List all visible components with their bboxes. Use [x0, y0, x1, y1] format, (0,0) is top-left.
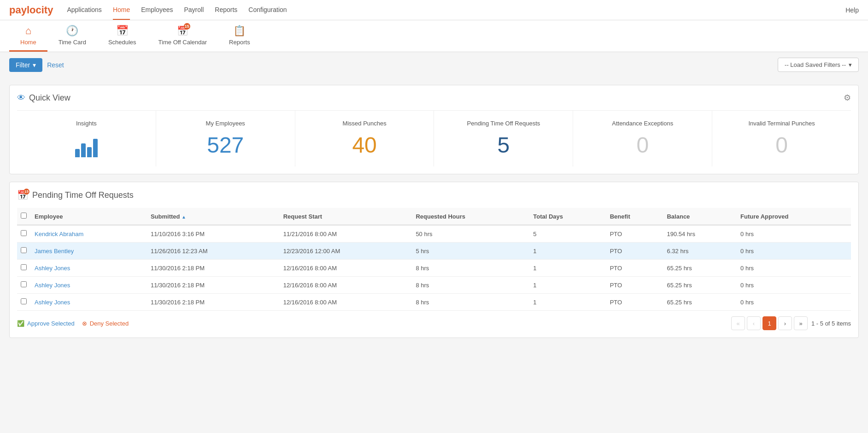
row-checkbox-2[interactable] — [21, 264, 27, 270]
stat-missed-punches[interactable]: Missed Punches 40 — [295, 111, 434, 166]
stat-invalid-terminal-punches-value: 0 — [775, 134, 788, 156]
header-total-days: Total Days — [529, 208, 606, 225]
row-total-days: 1 — [529, 294, 606, 311]
schedules-icon: 📅 — [116, 25, 129, 37]
table-row: Ashley Jones 11/30/2016 2:18 PM 12/16/20… — [17, 294, 851, 311]
stat-my-employees[interactable]: My Employees 527 — [156, 111, 295, 166]
stat-my-employees-value: 527 — [207, 134, 244, 156]
last-page-button[interactable]: » — [794, 316, 808, 330]
row-checkbox-0[interactable] — [21, 230, 27, 236]
header-requested-hours: Requested Hours — [412, 208, 529, 225]
row-balance: 190.54 hrs — [663, 225, 737, 243]
table-body: Kendrick Abraham 11/10/2016 3:16 PM 11/2… — [17, 225, 851, 311]
filter-bar: Filter ▾ Reset -- Load Saved Filters -- … — [0, 52, 868, 77]
filter-button[interactable]: Filter ▾ — [9, 58, 42, 72]
quick-view-header: 👁 Quick View ⚙ — [17, 93, 851, 103]
subnav-home[interactable]: ⌂ Home — [9, 20, 47, 52]
subnav-schedules-label: Schedules — [108, 39, 136, 46]
row-requested-hours: 50 hrs — [412, 225, 529, 243]
nav-payroll[interactable]: Payroll — [184, 0, 204, 20]
stat-attendance-exceptions[interactable]: Attendance Exceptions 0 — [573, 111, 712, 166]
row-benefit: PTO — [606, 243, 663, 260]
load-saved-filters-button[interactable]: -- Load Saved Filters -- ▾ — [778, 58, 859, 72]
header-benefit: Benefit — [606, 208, 663, 225]
row-employee: Ashley Jones — [31, 277, 147, 294]
row-employee: James Bentley — [31, 243, 147, 260]
employee-link-1[interactable]: James Bentley — [35, 248, 74, 255]
row-checkbox-3[interactable] — [21, 281, 27, 287]
stat-insights[interactable]: Insights — [17, 111, 156, 166]
row-checkbox-1[interactable] — [21, 247, 27, 253]
top-navigation: paylocity Applications Home Employees Pa… — [0, 0, 868, 20]
filter-label: Filter — [16, 61, 30, 69]
page-1-button[interactable]: 1 — [762, 316, 776, 330]
employee-link-2[interactable]: Ashley Jones — [35, 265, 70, 272]
subnav-schedules[interactable]: 📅 Schedules — [97, 20, 147, 52]
deny-icon: ⊗ — [82, 320, 87, 327]
nav-reports[interactable]: Reports — [215, 0, 237, 20]
stat-insights-label: Insights — [76, 120, 97, 127]
table-row: Kendrick Abraham 11/10/2016 3:16 PM 11/2… — [17, 225, 851, 243]
row-balance: 6.32 hrs — [663, 243, 737, 260]
page-info: 1 - 5 of 5 items — [811, 320, 851, 327]
top-nav-items: Applications Home Employees Payroll Repo… — [67, 0, 845, 20]
table-header-row: Employee Submitted ▲ Request Start Reque… — [17, 208, 851, 225]
reset-button[interactable]: Reset — [47, 61, 64, 69]
main-content: 👁 Quick View ⚙ Insights My Employees 527 — [0, 77, 868, 345]
calendar-icon: 📅 15 — [177, 25, 188, 37]
stat-my-employees-label: My Employees — [206, 120, 245, 127]
deny-label: Deny Selected — [90, 320, 129, 327]
row-future-approved: 0 hrs — [737, 260, 851, 277]
row-requested-hours: 8 hrs — [412, 277, 529, 294]
select-all-checkbox[interactable] — [21, 213, 27, 219]
header-employee: Employee — [31, 208, 147, 225]
nav-home[interactable]: Home — [113, 0, 130, 20]
table-row: James Bentley 11/26/2016 12:23 AM 12/23/… — [17, 243, 851, 260]
row-request-start: 12/16/2016 8:00 AM — [280, 277, 412, 294]
row-future-approved: 0 hrs — [737, 243, 851, 260]
subnav-time-off-calendar[interactable]: 📅 15 Time Off Calendar — [147, 20, 218, 52]
row-benefit: PTO — [606, 260, 663, 277]
nav-applications[interactable]: Applications — [67, 0, 102, 20]
stat-pending-time-off[interactable]: Pending Time Off Requests 5 — [434, 111, 573, 166]
pending-section-header: 📅 15 Pending Time Off Requests — [17, 190, 851, 201]
home-icon: ⌂ — [25, 25, 31, 37]
employee-link-3[interactable]: Ashley Jones — [35, 282, 70, 289]
row-checkbox-4[interactable] — [21, 298, 27, 304]
pagination-area: « ‹ 1 › » 1 - 5 of 5 items — [731, 316, 851, 330]
row-balance: 65.25 hrs — [663, 260, 737, 277]
sort-arrow: ▲ — [182, 214, 186, 219]
row-submitted: 11/30/2016 2:18 PM — [147, 260, 280, 277]
row-checkbox-cell — [17, 260, 31, 277]
next-page-button[interactable]: › — [778, 316, 792, 330]
row-balance: 65.25 hrs — [663, 294, 737, 311]
subnav-timecard[interactable]: 🕐 Time Card — [47, 20, 97, 52]
employee-link-4[interactable]: Ashley Jones — [35, 299, 70, 306]
approve-selected-button[interactable]: ✅ Approve Selected — [17, 320, 75, 327]
first-page-button[interactable]: « — [731, 316, 745, 330]
nav-configuration[interactable]: Configuration — [248, 0, 287, 20]
eye-icon: 👁 — [17, 93, 25, 103]
table-footer: ✅ Approve Selected ⊗ Deny Selected « ‹ 1… — [17, 311, 851, 330]
stat-invalid-terminal-punches[interactable]: Invalid Terminal Punches 0 — [712, 111, 851, 166]
subnav-timecard-label: Time Card — [59, 39, 86, 46]
bar-chart-icon — [75, 134, 98, 157]
row-request-start: 12/16/2016 8:00 AM — [280, 260, 412, 277]
row-request-start: 11/21/2016 8:00 AM — [280, 225, 412, 243]
prev-page-button[interactable]: ‹ — [747, 316, 761, 330]
approve-label: Approve Selected — [27, 320, 75, 327]
row-checkbox-cell — [17, 225, 31, 243]
header-balance: Balance — [663, 208, 737, 225]
nav-employees[interactable]: Employees — [141, 0, 173, 20]
filter-dropdown-icon: ▾ — [33, 61, 36, 69]
pagination: « ‹ 1 › » — [731, 316, 808, 330]
subnav-reports[interactable]: 📋 Reports — [218, 20, 261, 52]
help-link[interactable]: Help — [845, 6, 859, 14]
settings-icon[interactable]: ⚙ — [844, 93, 851, 103]
deny-selected-button[interactable]: ⊗ Deny Selected — [82, 320, 129, 327]
employee-link-0[interactable]: Kendrick Abraham — [35, 231, 83, 237]
pending-table: Employee Submitted ▲ Request Start Reque… — [17, 208, 851, 311]
row-total-days: 5 — [529, 225, 606, 243]
row-future-approved: 0 hrs — [737, 225, 851, 243]
header-submitted[interactable]: Submitted ▲ — [147, 208, 280, 225]
